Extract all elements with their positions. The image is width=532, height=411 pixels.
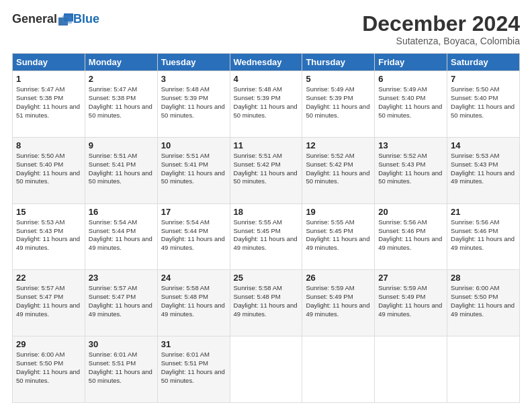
cell-content: Sunrise: 5:48 AMSunset: 5:39 PMDaylight:… xyxy=(234,85,298,118)
cell-content: Sunrise: 6:00 AMSunset: 5:50 PMDaylight:… xyxy=(451,284,515,317)
day-number: 3 xyxy=(161,74,226,84)
cell-content: Sunrise: 5:58 AMSunset: 5:48 PMDaylight:… xyxy=(234,284,298,317)
cell-content: Sunrise: 5:57 AMSunset: 5:47 PMDaylight:… xyxy=(89,284,152,317)
empty-cell xyxy=(447,336,520,403)
day-number: 21 xyxy=(451,207,516,217)
day-number: 1 xyxy=(16,74,81,84)
day-number: 10 xyxy=(161,140,226,150)
day-number: 5 xyxy=(306,74,371,84)
logo-general-text: General xyxy=(12,12,57,26)
day-number: 2 xyxy=(89,74,154,84)
cell-content: Sunrise: 5:47 AMSunset: 5:38 PMDaylight:… xyxy=(89,85,152,118)
day-number: 9 xyxy=(89,140,154,150)
cell-content: Sunrise: 5:50 AMSunset: 5:40 PMDaylight:… xyxy=(451,85,515,118)
table-row: 10 Sunrise: 5:51 AMSunset: 5:41 PMDaylig… xyxy=(157,137,230,203)
header: General Blue December 2024 Sutatenza, Bo… xyxy=(12,12,520,46)
calendar-page: General Blue December 2024 Sutatenza, Bo… xyxy=(0,0,532,411)
calendar-week-1: 1 Sunrise: 5:47 AMSunset: 5:38 PMDayligh… xyxy=(13,71,520,138)
svg-marker-2 xyxy=(62,15,72,24)
table-row: 25 Sunrise: 5:58 AMSunset: 5:48 PMDaylig… xyxy=(230,270,302,336)
cell-content: Sunrise: 5:47 AMSunset: 5:38 PMDaylight:… xyxy=(16,85,80,118)
day-number: 27 xyxy=(378,273,443,283)
table-row: 22 Sunrise: 5:57 AMSunset: 5:47 PMDaylig… xyxy=(13,270,85,336)
calendar-header-row: Sunday Monday Tuesday Wednesday Thursday… xyxy=(13,54,520,71)
day-number: 22 xyxy=(16,273,81,283)
logo-blue-text: Blue xyxy=(73,12,99,26)
cell-content: Sunrise: 5:57 AMSunset: 5:47 PMDaylight:… xyxy=(16,284,80,317)
col-wednesday: Wednesday xyxy=(230,54,302,71)
cell-content: Sunrise: 5:49 AMSunset: 5:40 PMDaylight:… xyxy=(378,85,442,118)
table-row: 19 Sunrise: 5:55 AMSunset: 5:45 PMDaylig… xyxy=(302,203,375,270)
table-row: 8 Sunrise: 5:50 AMSunset: 5:40 PMDayligh… xyxy=(13,137,85,203)
table-row: 13 Sunrise: 5:52 AMSunset: 5:43 PMDaylig… xyxy=(375,137,447,203)
cell-content: Sunrise: 5:55 AMSunset: 5:45 PMDaylight:… xyxy=(234,218,298,251)
col-sunday: Sunday xyxy=(13,54,85,71)
cell-content: Sunrise: 5:56 AMSunset: 5:46 PMDaylight:… xyxy=(451,218,515,251)
logo-icon xyxy=(58,13,73,26)
day-number: 29 xyxy=(16,339,81,349)
empty-cell xyxy=(375,336,447,403)
table-row: 2 Sunrise: 5:47 AMSunset: 5:38 PMDayligh… xyxy=(85,71,157,138)
table-row: 1 Sunrise: 5:47 AMSunset: 5:38 PMDayligh… xyxy=(13,71,85,138)
table-row: 30 Sunrise: 6:01 AMSunset: 5:51 PMDaylig… xyxy=(85,336,157,403)
day-number: 26 xyxy=(306,273,371,283)
col-friday: Friday xyxy=(375,54,447,71)
table-row: 14 Sunrise: 5:53 AMSunset: 5:43 PMDaylig… xyxy=(447,137,520,203)
col-thursday: Thursday xyxy=(302,54,375,71)
day-number: 6 xyxy=(378,74,443,84)
table-row: 26 Sunrise: 5:59 AMSunset: 5:49 PMDaylig… xyxy=(302,270,375,336)
calendar-week-2: 8 Sunrise: 5:50 AMSunset: 5:40 PMDayligh… xyxy=(13,137,520,203)
cell-content: Sunrise: 5:55 AMSunset: 5:45 PMDaylight:… xyxy=(306,218,369,251)
cell-content: Sunrise: 6:01 AMSunset: 5:51 PMDaylight:… xyxy=(89,351,152,383)
cell-content: Sunrise: 5:59 AMSunset: 5:49 PMDaylight:… xyxy=(306,284,369,317)
cell-content: Sunrise: 5:49 AMSunset: 5:39 PMDaylight:… xyxy=(306,85,369,118)
day-number: 13 xyxy=(378,140,443,150)
cell-content: Sunrise: 5:52 AMSunset: 5:42 PMDaylight:… xyxy=(306,152,369,185)
table-row: 23 Sunrise: 5:57 AMSunset: 5:47 PMDaylig… xyxy=(85,270,157,336)
table-row: 17 Sunrise: 5:54 AMSunset: 5:44 PMDaylig… xyxy=(157,203,230,270)
cell-content: Sunrise: 6:01 AMSunset: 5:51 PMDaylight:… xyxy=(161,351,225,383)
day-number: 28 xyxy=(451,273,516,283)
table-row: 20 Sunrise: 5:56 AMSunset: 5:46 PMDaylig… xyxy=(375,203,447,270)
table-row: 28 Sunrise: 6:00 AMSunset: 5:50 PMDaylig… xyxy=(447,270,520,336)
cell-content: Sunrise: 5:51 AMSunset: 5:41 PMDaylight:… xyxy=(161,152,225,185)
cell-content: Sunrise: 5:51 AMSunset: 5:41 PMDaylight:… xyxy=(89,152,152,185)
table-row: 15 Sunrise: 5:53 AMSunset: 5:43 PMDaylig… xyxy=(13,203,85,270)
day-number: 4 xyxy=(234,74,299,84)
day-number: 8 xyxy=(16,140,81,150)
day-number: 16 xyxy=(89,207,154,217)
cell-content: Sunrise: 5:54 AMSunset: 5:44 PMDaylight:… xyxy=(161,218,225,251)
logo: General Blue xyxy=(12,12,99,26)
table-row: 9 Sunrise: 5:51 AMSunset: 5:41 PMDayligh… xyxy=(85,137,157,203)
calendar-table: Sunday Monday Tuesday Wednesday Thursday… xyxy=(12,53,520,403)
col-tuesday: Tuesday xyxy=(157,54,230,71)
cell-content: Sunrise: 5:56 AMSunset: 5:46 PMDaylight:… xyxy=(378,218,442,251)
day-number: 31 xyxy=(161,339,226,349)
cell-content: Sunrise: 5:58 AMSunset: 5:48 PMDaylight:… xyxy=(161,284,225,317)
cell-content: Sunrise: 5:50 AMSunset: 5:40 PMDaylight:… xyxy=(16,152,80,185)
day-number: 19 xyxy=(306,207,371,217)
table-row: 24 Sunrise: 5:58 AMSunset: 5:48 PMDaylig… xyxy=(157,270,230,336)
table-row: 6 Sunrise: 5:49 AMSunset: 5:40 PMDayligh… xyxy=(375,71,447,138)
day-number: 14 xyxy=(451,140,516,150)
table-row: 7 Sunrise: 5:50 AMSunset: 5:40 PMDayligh… xyxy=(447,71,520,138)
day-number: 17 xyxy=(161,207,226,217)
cell-content: Sunrise: 5:59 AMSunset: 5:49 PMDaylight:… xyxy=(378,284,442,317)
cell-content: Sunrise: 5:53 AMSunset: 5:43 PMDaylight:… xyxy=(16,218,80,251)
table-row: 3 Sunrise: 5:48 AMSunset: 5:39 PMDayligh… xyxy=(157,71,230,138)
day-number: 24 xyxy=(161,273,226,283)
day-number: 7 xyxy=(451,74,516,84)
day-number: 23 xyxy=(89,273,154,283)
table-row: 21 Sunrise: 5:56 AMSunset: 5:46 PMDaylig… xyxy=(447,203,520,270)
location-subtitle: Sutatenza, Boyaca, Colombia xyxy=(362,36,520,46)
header-right: December 2024 Sutatenza, Boyaca, Colombi… xyxy=(362,12,520,46)
cell-content: Sunrise: 5:54 AMSunset: 5:44 PMDaylight:… xyxy=(89,218,152,251)
month-title: December 2024 xyxy=(362,12,520,36)
day-number: 20 xyxy=(378,207,443,217)
table-row: 5 Sunrise: 5:49 AMSunset: 5:39 PMDayligh… xyxy=(302,71,375,138)
table-row: 27 Sunrise: 5:59 AMSunset: 5:49 PMDaylig… xyxy=(375,270,447,336)
table-row: 29 Sunrise: 6:00 AMSunset: 5:50 PMDaylig… xyxy=(13,336,85,403)
day-number: 12 xyxy=(306,140,371,150)
day-number: 30 xyxy=(89,339,154,349)
day-number: 18 xyxy=(234,207,299,217)
